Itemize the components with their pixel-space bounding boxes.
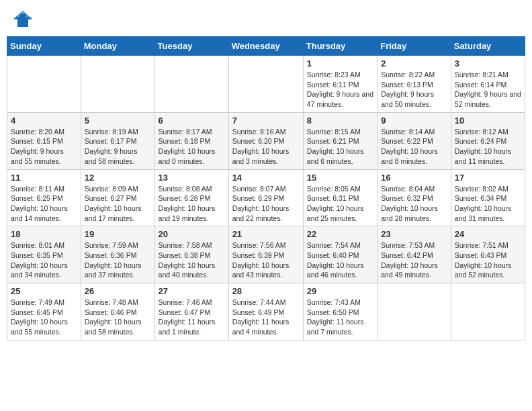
- calendar-cell: 4Sunrise: 8:20 AM Sunset: 6:15 PM Daylig…: [7, 112, 81, 169]
- calendar-cell: 15Sunrise: 8:05 AM Sunset: 6:31 PM Dayli…: [303, 169, 377, 226]
- day-of-week-header: Friday: [378, 37, 451, 56]
- day-number: 10: [455, 116, 521, 126]
- day-info: Sunrise: 7:54 AM Sunset: 6:40 PM Dayligh…: [307, 240, 373, 280]
- day-number: 3: [455, 58, 521, 68]
- day-number: 12: [85, 173, 151, 183]
- calendar-cell: 24Sunrise: 7:51 AM Sunset: 6:43 PM Dayli…: [451, 226, 525, 283]
- day-of-week-header: Sunday: [7, 37, 81, 56]
- calendar-cell: 9Sunrise: 8:14 AM Sunset: 6:22 PM Daylig…: [378, 112, 451, 169]
- day-of-week-header: Saturday: [451, 37, 525, 56]
- day-info: Sunrise: 7:59 AM Sunset: 6:36 PM Dayligh…: [85, 240, 151, 280]
- calendar-cell: [7, 56, 81, 113]
- day-number: 28: [232, 286, 300, 296]
- day-info: Sunrise: 7:51 AM Sunset: 6:43 PM Dayligh…: [455, 240, 521, 280]
- calendar-cell: 1Sunrise: 8:23 AM Sunset: 6:11 PM Daylig…: [303, 56, 377, 113]
- day-info: Sunrise: 8:05 AM Sunset: 6:31 PM Dayligh…: [307, 184, 373, 224]
- calendar-table: SundayMondayTuesdayWednesdayThursdayFrid…: [7, 36, 525, 340]
- day-info: Sunrise: 8:22 AM Sunset: 6:13 PM Dayligh…: [381, 70, 447, 109]
- calendar-week-row: 25Sunrise: 7:49 AM Sunset: 6:45 PM Dayli…: [7, 283, 525, 340]
- day-number: 27: [159, 286, 225, 296]
- day-number: 23: [381, 229, 447, 239]
- day-number: 20: [159, 229, 225, 239]
- day-number: 4: [11, 116, 77, 126]
- calendar-cell: 11Sunrise: 8:11 AM Sunset: 6:25 PM Dayli…: [7, 169, 81, 226]
- day-number: 26: [85, 286, 151, 296]
- calendar-cell: 21Sunrise: 7:56 AM Sunset: 6:39 PM Dayli…: [228, 226, 303, 283]
- day-number: 24: [455, 229, 521, 239]
- calendar-cell: 20Sunrise: 7:58 AM Sunset: 6:38 PM Dayli…: [154, 226, 228, 283]
- day-of-week-header: Tuesday: [154, 37, 228, 56]
- day-info: Sunrise: 8:17 AM Sunset: 6:18 PM Dayligh…: [159, 127, 225, 167]
- day-number: 14: [232, 173, 300, 183]
- day-number: 9: [381, 116, 447, 126]
- day-of-week-header: Wednesday: [228, 37, 303, 56]
- calendar-cell: 13Sunrise: 8:08 AM Sunset: 6:28 PM Dayli…: [154, 169, 228, 226]
- calendar-week-row: 4Sunrise: 8:20 AM Sunset: 6:15 PM Daylig…: [7, 112, 525, 169]
- day-info: Sunrise: 8:20 AM Sunset: 6:15 PM Dayligh…: [11, 127, 77, 167]
- logo: [12, 9, 36, 28]
- day-info: Sunrise: 7:44 AM Sunset: 6:49 PM Dayligh…: [232, 298, 300, 337]
- day-info: Sunrise: 8:23 AM Sunset: 6:11 PM Dayligh…: [307, 70, 373, 109]
- day-info: Sunrise: 8:14 AM Sunset: 6:22 PM Dayligh…: [381, 127, 447, 167]
- calendar-cell: [154, 56, 228, 113]
- calendar-cell: [228, 56, 303, 113]
- day-number: 19: [85, 229, 151, 239]
- day-info: Sunrise: 8:08 AM Sunset: 6:28 PM Dayligh…: [159, 184, 225, 224]
- day-info: Sunrise: 7:58 AM Sunset: 6:38 PM Dayligh…: [159, 240, 225, 280]
- logo-icon: [12, 9, 34, 28]
- day-info: Sunrise: 7:49 AM Sunset: 6:45 PM Dayligh…: [11, 298, 77, 337]
- day-number: 22: [307, 229, 373, 239]
- calendar-cell: 17Sunrise: 8:02 AM Sunset: 6:34 PM Dayli…: [451, 169, 525, 226]
- calendar-week-row: 1Sunrise: 8:23 AM Sunset: 6:11 PM Daylig…: [7, 56, 525, 113]
- day-info: Sunrise: 7:46 AM Sunset: 6:47 PM Dayligh…: [159, 298, 225, 337]
- calendar-week-row: 18Sunrise: 8:01 AM Sunset: 6:35 PM Dayli…: [7, 226, 525, 283]
- day-of-week-header: Monday: [81, 37, 154, 56]
- day-number: 8: [307, 116, 373, 126]
- day-info: Sunrise: 7:56 AM Sunset: 6:39 PM Dayligh…: [232, 240, 300, 280]
- day-number: 29: [307, 286, 373, 296]
- day-of-week-header: Thursday: [303, 37, 377, 56]
- day-number: 17: [455, 173, 521, 183]
- calendar-cell: 22Sunrise: 7:54 AM Sunset: 6:40 PM Dayli…: [303, 226, 377, 283]
- day-info: Sunrise: 8:11 AM Sunset: 6:25 PM Dayligh…: [11, 184, 77, 224]
- calendar-cell: 7Sunrise: 8:16 AM Sunset: 6:20 PM Daylig…: [228, 112, 303, 169]
- calendar-cell: 16Sunrise: 8:04 AM Sunset: 6:32 PM Dayli…: [378, 169, 451, 226]
- calendar-cell: 28Sunrise: 7:44 AM Sunset: 6:49 PM Dayli…: [228, 283, 303, 340]
- calendar-cell: 6Sunrise: 8:17 AM Sunset: 6:18 PM Daylig…: [154, 112, 228, 169]
- day-info: Sunrise: 7:53 AM Sunset: 6:42 PM Dayligh…: [381, 240, 447, 280]
- day-number: 21: [232, 229, 300, 239]
- calendar-cell: [378, 283, 451, 340]
- day-info: Sunrise: 8:21 AM Sunset: 6:14 PM Dayligh…: [455, 70, 521, 109]
- day-number: 25: [11, 286, 77, 296]
- day-number: 15: [307, 173, 373, 183]
- day-info: Sunrise: 8:19 AM Sunset: 6:17 PM Dayligh…: [85, 127, 151, 167]
- calendar-cell: 19Sunrise: 7:59 AM Sunset: 6:36 PM Dayli…: [81, 226, 154, 283]
- day-info: Sunrise: 8:01 AM Sunset: 6:35 PM Dayligh…: [11, 240, 77, 280]
- calendar-cell: [81, 56, 154, 113]
- day-info: Sunrise: 8:16 AM Sunset: 6:20 PM Dayligh…: [232, 127, 300, 167]
- calendar-cell: [451, 283, 525, 340]
- day-info: Sunrise: 8:07 AM Sunset: 6:29 PM Dayligh…: [232, 184, 300, 224]
- day-info: Sunrise: 8:15 AM Sunset: 6:21 PM Dayligh…: [307, 127, 373, 167]
- calendar-cell: 14Sunrise: 8:07 AM Sunset: 6:29 PM Dayli…: [228, 169, 303, 226]
- calendar-cell: 27Sunrise: 7:46 AM Sunset: 6:47 PM Dayli…: [154, 283, 228, 340]
- day-info: Sunrise: 8:02 AM Sunset: 6:34 PM Dayligh…: [455, 184, 521, 224]
- calendar-cell: 18Sunrise: 8:01 AM Sunset: 6:35 PM Dayli…: [7, 226, 81, 283]
- day-number: 5: [85, 116, 151, 126]
- calendar-header-row: SundayMondayTuesdayWednesdayThursdayFrid…: [7, 37, 525, 56]
- page-header: [7, 7, 525, 31]
- day-info: Sunrise: 8:04 AM Sunset: 6:32 PM Dayligh…: [381, 184, 447, 224]
- calendar-cell: 3Sunrise: 8:21 AM Sunset: 6:14 PM Daylig…: [451, 56, 525, 113]
- day-info: Sunrise: 7:48 AM Sunset: 6:46 PM Dayligh…: [85, 298, 151, 337]
- day-number: 7: [232, 116, 300, 126]
- calendar-cell: 26Sunrise: 7:48 AM Sunset: 6:46 PM Dayli…: [81, 283, 154, 340]
- calendar-cell: 29Sunrise: 7:43 AM Sunset: 6:50 PM Dayli…: [303, 283, 377, 340]
- day-info: Sunrise: 8:09 AM Sunset: 6:27 PM Dayligh…: [85, 184, 151, 224]
- calendar-cell: 23Sunrise: 7:53 AM Sunset: 6:42 PM Dayli…: [378, 226, 451, 283]
- day-number: 11: [11, 173, 77, 183]
- day-info: Sunrise: 7:43 AM Sunset: 6:50 PM Dayligh…: [307, 298, 373, 337]
- day-number: 13: [159, 173, 225, 183]
- day-number: 6: [159, 116, 225, 126]
- calendar-cell: 2Sunrise: 8:22 AM Sunset: 6:13 PM Daylig…: [378, 56, 451, 113]
- calendar-cell: 5Sunrise: 8:19 AM Sunset: 6:17 PM Daylig…: [81, 112, 154, 169]
